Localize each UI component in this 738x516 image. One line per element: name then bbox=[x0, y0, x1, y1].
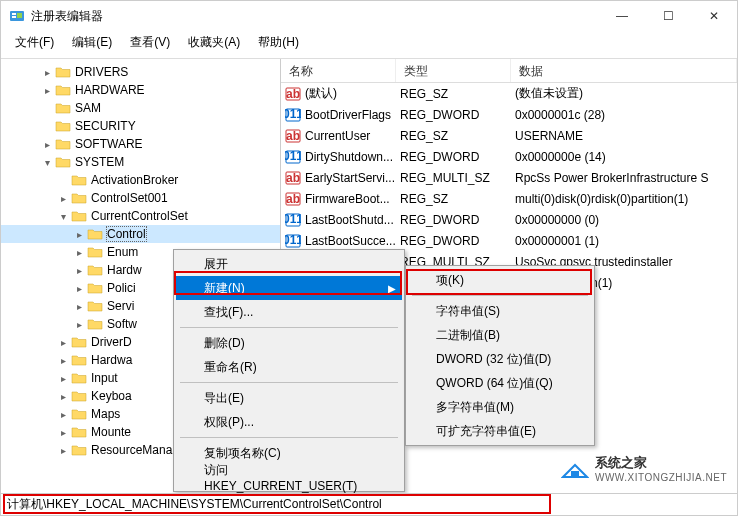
context-menu-item[interactable]: 查找(F)... bbox=[176, 300, 402, 324]
watermark-text: 系统之家 bbox=[595, 454, 727, 472]
svg-text:ab: ab bbox=[286, 129, 300, 143]
tree-item-label: Servi bbox=[107, 299, 134, 313]
context-menu-item[interactable]: 项(K) bbox=[408, 268, 592, 292]
value-data: 0x0000000e (14) bbox=[511, 150, 737, 164]
tree-item-label: Maps bbox=[91, 407, 120, 421]
value-data: multi(0)disk(0)rdisk(0)partition(1) bbox=[511, 192, 737, 206]
listview-row[interactable]: abEarlyStartServi...REG_MULTI_SZRpcSs Po… bbox=[281, 167, 737, 188]
listview-row[interactable]: 011LastBootShutd...REG_DWORD0x00000000 (… bbox=[281, 209, 737, 230]
tree-item-label: Input bbox=[91, 371, 118, 385]
tree-item-label: Keyboa bbox=[91, 389, 132, 403]
value-data: RpcSs Power BrokerInfrastructure S bbox=[511, 171, 737, 185]
menu-item-label: 导出(E) bbox=[204, 390, 244, 407]
tree-item[interactable]: ▾CurrentControlSet bbox=[1, 207, 280, 225]
svg-text:ab: ab bbox=[286, 171, 300, 185]
tree-item-label: ActivationBroker bbox=[91, 173, 178, 187]
tree-context-menu: 展开新建(N)▶查找(F)...删除(D)重命名(R)导出(E)权限(P)...… bbox=[173, 249, 405, 492]
menu-view[interactable]: 查看(V) bbox=[122, 32, 178, 53]
maximize-button[interactable]: ☐ bbox=[645, 1, 691, 31]
expand-icon[interactable]: ▸ bbox=[57, 427, 69, 438]
expand-icon[interactable]: ▾ bbox=[57, 211, 69, 222]
menu-favorites[interactable]: 收藏夹(A) bbox=[180, 32, 248, 53]
context-menu-item[interactable]: 二进制值(B) bbox=[408, 323, 592, 347]
menu-item-label: 二进制值(B) bbox=[436, 327, 500, 344]
expand-icon[interactable]: ▸ bbox=[73, 229, 85, 240]
col-name-header[interactable]: 名称 bbox=[281, 59, 396, 82]
value-name: LastBootShutd... bbox=[305, 213, 394, 227]
col-type-header[interactable]: 类型 bbox=[396, 59, 511, 82]
expand-icon[interactable]: ▸ bbox=[73, 283, 85, 294]
context-menu-item[interactable]: 展开 bbox=[176, 252, 402, 276]
minimize-button[interactable]: — bbox=[599, 1, 645, 31]
listview-row[interactable]: 011LastBootSucce...REG_DWORD0x00000001 (… bbox=[281, 230, 737, 251]
expand-icon[interactable]: ▸ bbox=[57, 409, 69, 420]
watermark: 系统之家 WWW.XITONGZHIJIA.NET bbox=[557, 452, 731, 485]
menu-item-label: QWORD (64 位)值(Q) bbox=[436, 375, 553, 392]
tree-item-label: ControlSet001 bbox=[91, 191, 168, 205]
tree-item-label: Hardw bbox=[107, 263, 142, 277]
tree-item[interactable]: ▸ControlSet001 bbox=[1, 189, 280, 207]
tree-item[interactable]: ▸HARDWARE bbox=[1, 81, 280, 99]
context-menu-item[interactable]: 重命名(R) bbox=[176, 355, 402, 379]
tree-item-label: Hardwa bbox=[91, 353, 132, 367]
tree-item[interactable]: ActivationBroker bbox=[1, 171, 280, 189]
value-name: BootDriverFlags bbox=[305, 108, 391, 122]
expand-icon[interactable]: ▸ bbox=[41, 85, 53, 96]
expand-icon[interactable]: ▸ bbox=[57, 391, 69, 402]
context-menu-item[interactable]: 新建(N)▶ bbox=[176, 276, 402, 300]
context-menu-item[interactable]: QWORD (64 位)值(Q) bbox=[408, 371, 592, 395]
listview-row[interactable]: abCurrentUserREG_SZUSERNAME bbox=[281, 125, 737, 146]
address-input[interactable] bbox=[1, 496, 737, 514]
menu-item-label: 查找(F)... bbox=[204, 304, 253, 321]
menu-item-label: DWORD (32 位)值(D) bbox=[436, 351, 551, 368]
context-menu-item[interactable]: 导出(E) bbox=[176, 386, 402, 410]
close-button[interactable]: ✕ bbox=[691, 1, 737, 31]
expand-icon[interactable]: ▸ bbox=[57, 355, 69, 366]
expand-icon[interactable]: ▸ bbox=[57, 337, 69, 348]
svg-text:011: 011 bbox=[285, 212, 301, 226]
context-menu-item[interactable]: 可扩充字符串值(E) bbox=[408, 419, 592, 443]
menu-help[interactable]: 帮助(H) bbox=[250, 32, 307, 53]
tree-item-label: Mounte bbox=[91, 425, 131, 439]
context-menu-item[interactable]: 权限(P)... bbox=[176, 410, 402, 434]
context-menu-item[interactable]: 多字符串值(M) bbox=[408, 395, 592, 419]
tree-item[interactable]: ▸Control bbox=[1, 225, 280, 243]
value-type: REG_DWORD bbox=[396, 150, 511, 164]
submenu-arrow-icon: ▶ bbox=[388, 283, 396, 294]
tree-item[interactable]: SECURITY bbox=[1, 117, 280, 135]
value-data: 0x0000001c (28) bbox=[511, 108, 737, 122]
menu-file[interactable]: 文件(F) bbox=[7, 32, 62, 53]
value-data: USERNAME bbox=[511, 129, 737, 143]
listview-row[interactable]: ab(默认)REG_SZ(数值未设置) bbox=[281, 83, 737, 104]
listview-row[interactable]: abFirmwareBoot...REG_SZmulti(0)disk(0)rd… bbox=[281, 188, 737, 209]
address-bar bbox=[1, 493, 737, 515]
tree-item[interactable]: ▸SOFTWARE bbox=[1, 135, 280, 153]
context-menu-item[interactable]: 删除(D) bbox=[176, 331, 402, 355]
menu-edit[interactable]: 编辑(E) bbox=[64, 32, 120, 53]
menu-item-label: 字符串值(S) bbox=[436, 303, 500, 320]
context-menu-item[interactable]: 字符串值(S) bbox=[408, 299, 592, 323]
expand-icon[interactable]: ▸ bbox=[73, 247, 85, 258]
listview-row[interactable]: 011BootDriverFlagsREG_DWORD0x0000001c (2… bbox=[281, 104, 737, 125]
context-menu-item[interactable]: DWORD (32 位)值(D) bbox=[408, 347, 592, 371]
context-menu-item[interactable]: 访问 HKEY_CURRENT_USER(T) bbox=[176, 465, 402, 489]
tree-item[interactable]: ▸DRIVERS bbox=[1, 63, 280, 81]
expand-icon[interactable]: ▸ bbox=[73, 265, 85, 276]
tree-item-label: SYSTEM bbox=[75, 155, 124, 169]
expand-icon[interactable]: ▸ bbox=[73, 301, 85, 312]
new-submenu: 项(K)字符串值(S)二进制值(B)DWORD (32 位)值(D)QWORD … bbox=[405, 265, 595, 446]
expand-icon[interactable]: ▸ bbox=[57, 445, 69, 456]
expand-icon[interactable]: ▸ bbox=[41, 67, 53, 78]
watermark-url: WWW.XITONGZHIJIA.NET bbox=[595, 472, 727, 483]
listview-row[interactable]: 011DirtyShutdown...REG_DWORD0x0000000e (… bbox=[281, 146, 737, 167]
col-data-header[interactable]: 数据 bbox=[511, 59, 737, 82]
expand-icon[interactable]: ▸ bbox=[57, 193, 69, 204]
tree-item[interactable]: ▾SYSTEM bbox=[1, 153, 280, 171]
expand-icon[interactable]: ▾ bbox=[41, 157, 53, 168]
menu-separator bbox=[180, 437, 398, 438]
expand-icon[interactable]: ▸ bbox=[57, 373, 69, 384]
expand-icon[interactable]: ▸ bbox=[41, 139, 53, 150]
value-type: REG_SZ bbox=[396, 129, 511, 143]
expand-icon[interactable]: ▸ bbox=[73, 319, 85, 330]
tree-item[interactable]: SAM bbox=[1, 99, 280, 117]
